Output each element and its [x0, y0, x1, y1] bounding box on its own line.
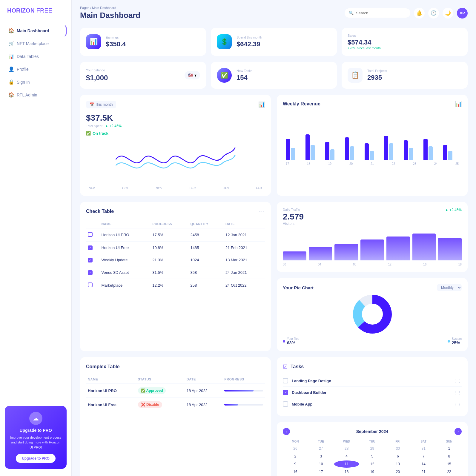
- row-checkbox[interactable]: ✓: [86, 266, 99, 279]
- calendar-day-header: TUE: [308, 439, 334, 444]
- calendar-day[interactable]: 28: [334, 445, 359, 452]
- calendar-day[interactable]: 14: [411, 460, 436, 468]
- complex-table-more-button[interactable]: ⋯: [259, 363, 265, 370]
- on-track-status: ✅ On track: [86, 131, 265, 136]
- tasks-widget: ☑ Tasks ⋯ Landing Page Design ⋮⋮ ✓ Dashb…: [277, 357, 468, 416]
- calendar-day[interactable]: 16: [283, 468, 308, 475]
- calendar-day[interactable]: 6: [385, 453, 410, 460]
- search-input[interactable]: [356, 11, 406, 15]
- check-table-header: Check Table ⋯: [86, 208, 265, 215]
- calendar-day[interactable]: 22: [437, 468, 462, 475]
- sidebar-item-data-tables[interactable]: 📊 Data Tables: [5, 50, 67, 62]
- traffic-bar: [334, 244, 358, 260]
- bar-group: [443, 145, 459, 160]
- calendar-day[interactable]: 26: [283, 445, 308, 452]
- calendar-day[interactable]: 20: [385, 468, 410, 475]
- spent-label: Total Spent: [86, 124, 102, 128]
- drag-handle-icon[interactable]: ⋮⋮: [454, 402, 462, 406]
- row-checkbox[interactable]: ✓: [86, 242, 99, 254]
- moon-icon[interactable]: 🌙: [443, 8, 453, 19]
- task-checkbox[interactable]: [283, 378, 288, 383]
- sidebar-item-profile[interactable]: 👤 Profile: [5, 63, 67, 75]
- period-selector[interactable]: 📅 This month: [86, 101, 116, 108]
- sidebar-nav: 🏠 Main Dashboard 🛒 NFT Marketplace 📊 Dat…: [5, 25, 67, 401]
- pie-period-select[interactable]: Monthly Weekly: [437, 284, 462, 291]
- drag-handle-icon[interactable]: ⋮⋮: [454, 390, 462, 395]
- table-row: Marketplace 12.2% 258 24 Oct 2022: [86, 279, 265, 292]
- task-checkbox[interactable]: ✓: [283, 390, 288, 395]
- calendar-day[interactable]: 17: [308, 468, 334, 475]
- flag-selector[interactable]: 🇺🇸 ▾: [185, 71, 200, 79]
- tasks-more-button[interactable]: ⋯: [456, 363, 462, 370]
- calendar-day[interactable]: 27: [308, 445, 334, 452]
- row-progress: 17.5%: [151, 228, 188, 242]
- calendar-day[interactable]: 5: [360, 453, 385, 460]
- spend-value: $642.39: [237, 40, 262, 48]
- user-avatar[interactable]: AP: [457, 8, 468, 19]
- row-name: Horizon UI Free: [99, 242, 151, 254]
- bar-dark: [365, 143, 369, 160]
- sidebar-item-sign-in[interactable]: 🔒 Sign In: [5, 76, 67, 88]
- calendar-day[interactable]: 12: [360, 460, 385, 468]
- notification-icon[interactable]: 🔔: [414, 8, 425, 19]
- row-checkbox[interactable]: [86, 228, 99, 242]
- middle-row: Check Table ⋯ NAME PROGRESS QUANTITY DAT…: [80, 202, 468, 351]
- task-checkbox[interactable]: [283, 401, 288, 407]
- calendar-day[interactable]: 2: [283, 453, 308, 460]
- calendar-day[interactable]: 13: [385, 460, 410, 468]
- calendar-next-button[interactable]: ›: [454, 428, 462, 435]
- complex-col-progress: PROGRESS: [222, 375, 265, 384]
- clock-icon[interactable]: 🕐: [428, 8, 439, 19]
- legend-dot-system: [448, 340, 450, 343]
- pie-chart-header: Your Pie Chart Monthly Weekly: [283, 284, 462, 291]
- earnings-icon: 📊: [86, 34, 101, 49]
- bar-light: [448, 151, 452, 160]
- check-table-more-button[interactable]: ⋯: [259, 208, 265, 215]
- calendar-day[interactable]: 9: [283, 460, 308, 468]
- table-row: ✓ Horizon UI Free 10.8% 1485 21 Feb 2021: [86, 242, 265, 254]
- tasks-header: ☑ Tasks ⋯: [283, 363, 462, 370]
- calendar-day[interactable]: 30: [385, 445, 410, 452]
- calendar-prev-button[interactable]: ‹: [283, 428, 290, 435]
- weekly-revenue-card: Weekly Revenue 📊 171819202122232425: [277, 95, 468, 196]
- sales-change: +23% since last month: [348, 46, 462, 50]
- pie-chart-title: Your Pie Chart: [283, 285, 314, 290]
- calendar-day[interactable]: 11: [334, 460, 359, 468]
- calendar-day[interactable]: 29: [360, 445, 385, 452]
- row-checkbox[interactable]: ✓: [86, 254, 99, 266]
- table-row: Horizon UI PRO ✅ Approved 18 Apr 2022: [86, 384, 265, 398]
- drag-handle-icon[interactable]: ⋮⋮: [454, 379, 462, 383]
- upgrade-button[interactable]: Upgrade to PRO: [16, 454, 56, 463]
- bar-group: [345, 137, 360, 160]
- calendar-day[interactable]: 7: [411, 453, 436, 460]
- row-checkbox[interactable]: [86, 279, 99, 292]
- calendar-day[interactable]: 10: [308, 460, 334, 468]
- bar-light: [311, 145, 315, 160]
- row-quantity: 258: [189, 279, 224, 292]
- traffic-bar: [438, 238, 462, 260]
- cart-icon: 🛒: [8, 41, 14, 46]
- sidebar-item-main-dashboard[interactable]: 🏠 Main Dashboard: [5, 25, 67, 36]
- calendar-day[interactable]: 8: [437, 453, 462, 460]
- calendar-day[interactable]: 18: [334, 468, 359, 475]
- list-item: Landing Page Design ⋮⋮: [283, 375, 462, 387]
- row-quantity: 858: [189, 266, 224, 279]
- spent-change: ▲ +2.45%: [105, 124, 122, 128]
- calendar-day[interactable]: 1: [437, 445, 462, 452]
- search-box[interactable]: 🔍: [345, 8, 410, 18]
- calendar-day[interactable]: 3: [308, 453, 334, 460]
- period-label: This month: [95, 102, 113, 107]
- calendar-day[interactable]: 19: [360, 468, 385, 475]
- calendar-day[interactable]: 4: [334, 453, 359, 460]
- row-progress: 12.2%: [151, 279, 188, 292]
- calendar-day[interactable]: 15: [437, 460, 462, 468]
- bar-dark: [423, 139, 428, 160]
- sidebar-item-rtl-admin[interactable]: 🏠 RTL Admin: [5, 89, 67, 101]
- sidebar-item-nft-marketplace[interactable]: 🛒 NFT Marketplace: [5, 38, 67, 49]
- calendar-day[interactable]: 31: [411, 445, 436, 452]
- calendar-day[interactable]: 21: [411, 468, 436, 475]
- row-quantity: 2458: [189, 228, 224, 242]
- tasks-info: New Tasks 154: [237, 69, 252, 82]
- nav-label-profile: Profile: [17, 67, 29, 72]
- row-progress: 31.5%: [151, 266, 188, 279]
